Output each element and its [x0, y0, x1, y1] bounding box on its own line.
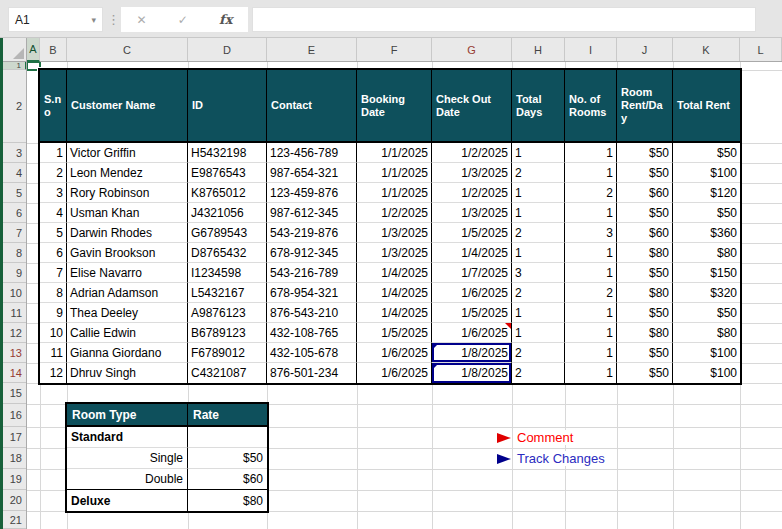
- column-header-G[interactable]: G: [432, 38, 512, 61]
- row-header-19[interactable]: 19: [3, 469, 26, 490]
- cell-I7[interactable]: 3: [565, 223, 617, 243]
- cell-J6[interactable]: $50: [617, 203, 673, 223]
- row-header-6[interactable]: 6: [3, 203, 26, 223]
- row-header-18[interactable]: 18: [3, 448, 26, 469]
- cell-J7[interactable]: $60: [617, 223, 673, 243]
- cell-B14[interactable]: 12: [40, 363, 67, 383]
- row-header-16[interactable]: 16: [3, 404, 26, 427]
- cell-G10[interactable]: 1/6/2025: [432, 283, 512, 303]
- cell-F7[interactable]: 1/3/2025: [357, 223, 432, 243]
- cell-J14[interactable]: $50: [617, 363, 673, 383]
- cell-G9[interactable]: 1/7/2025: [432, 263, 512, 283]
- cell-D11[interactable]: A9876123: [188, 303, 267, 323]
- cell-H13[interactable]: 2: [512, 343, 565, 363]
- cell-E4[interactable]: 987-654-321: [267, 163, 357, 183]
- cell-K5[interactable]: $120: [673, 183, 740, 203]
- cell-H9[interactable]: 3: [512, 263, 565, 283]
- row-header-15[interactable]: 15: [3, 383, 26, 404]
- cell-D9[interactable]: I1234598: [188, 263, 267, 283]
- cell-H11[interactable]: 1: [512, 303, 565, 323]
- row-header-12[interactable]: 12: [3, 323, 26, 343]
- row-header-17[interactable]: 17: [3, 427, 26, 448]
- formula-bar[interactable]: [252, 7, 756, 32]
- cell-K11[interactable]: $50: [673, 303, 740, 323]
- cell-F10[interactable]: 1/4/2025: [357, 283, 432, 303]
- cell-I3[interactable]: 1: [565, 143, 617, 163]
- cell-E3[interactable]: 123-456-789: [267, 143, 357, 163]
- column-header-F[interactable]: F: [357, 38, 432, 61]
- cell-E5[interactable]: 123-459-876: [267, 183, 357, 203]
- cell-C19[interactable]: Double: [67, 469, 188, 490]
- cell-F4[interactable]: 1/1/2025: [357, 163, 432, 183]
- row-header-20[interactable]: 20: [3, 490, 26, 511]
- cell-C18[interactable]: Single: [67, 448, 188, 469]
- cell-J9[interactable]: $50: [617, 263, 673, 283]
- header-cell-D2[interactable]: ID: [188, 70, 267, 143]
- cell-B7[interactable]: 5: [40, 223, 67, 243]
- cell-D10[interactable]: L5432167: [188, 283, 267, 303]
- cell-H7[interactable]: 2: [512, 223, 565, 243]
- cell-I8[interactable]: 1: [565, 243, 617, 263]
- cell-B12[interactable]: 10: [40, 323, 67, 343]
- enter-icon[interactable]: ✓: [178, 13, 188, 27]
- name-box-dropdown-icon[interactable]: ▾: [91, 15, 96, 25]
- column-header-L[interactable]: L: [740, 38, 782, 61]
- cell-B8[interactable]: 6: [40, 243, 67, 263]
- row-header-9[interactable]: 9: [3, 263, 26, 283]
- cell-F11[interactable]: 1/4/2025: [357, 303, 432, 323]
- cell-J3[interactable]: $50: [617, 143, 673, 163]
- cell-D18[interactable]: $50: [188, 448, 267, 469]
- cell-J12[interactable]: $80: [617, 323, 673, 343]
- cell-I14[interactable]: 1: [565, 363, 617, 383]
- cell-E13[interactable]: 432-105-678: [267, 343, 357, 363]
- cell-F13[interactable]: 1/6/2025: [357, 343, 432, 363]
- row-header-2[interactable]: 2: [3, 70, 26, 143]
- cell-K8[interactable]: $80: [673, 243, 740, 263]
- cell-H14[interactable]: 2: [512, 363, 565, 383]
- cell-B6[interactable]: 4: [40, 203, 67, 223]
- cell-C14[interactable]: Dhruv Singh: [67, 363, 188, 383]
- cell-F3[interactable]: 1/1/2025: [357, 143, 432, 163]
- cell-F12[interactable]: 1/5/2025: [357, 323, 432, 343]
- select-all-button[interactable]: [3, 38, 27, 62]
- cell-F14[interactable]: 1/6/2025: [357, 363, 432, 383]
- cancel-icon[interactable]: ✕: [137, 13, 147, 27]
- cell-F5[interactable]: 1/1/2025: [357, 183, 432, 203]
- cell-F9[interactable]: 1/4/2025: [357, 263, 432, 283]
- column-header-A[interactable]: A: [27, 38, 40, 62]
- cell-E9[interactable]: 543-216-789: [267, 263, 357, 283]
- cell-J11[interactable]: $50: [617, 303, 673, 323]
- header-cell-C16[interactable]: Room Type: [67, 404, 188, 427]
- cell-E11[interactable]: 876-543-210: [267, 303, 357, 323]
- row-header-21[interactable]: 21: [3, 511, 26, 529]
- cell-D17[interactable]: [188, 427, 267, 448]
- cell-C4[interactable]: Leon Mendez: [67, 163, 188, 183]
- cell-G5[interactable]: 1/2/2025: [432, 183, 512, 203]
- cell-H3[interactable]: 1: [512, 143, 565, 163]
- cell-D5[interactable]: K8765012: [188, 183, 267, 203]
- cell-K6[interactable]: $50: [673, 203, 740, 223]
- header-cell-E2[interactable]: Contact: [267, 70, 357, 143]
- cell-I4[interactable]: 1: [565, 163, 617, 183]
- row-header-5[interactable]: 5: [3, 183, 26, 203]
- cell-C7[interactable]: Darwin Rhodes: [67, 223, 188, 243]
- cell-G7[interactable]: 1/5/2025: [432, 223, 512, 243]
- cell-H8[interactable]: 1: [512, 243, 565, 263]
- header-cell-F2[interactable]: Booking Date: [357, 70, 432, 143]
- header-cell-D16[interactable]: Rate: [188, 404, 267, 427]
- cell-B5[interactable]: 3: [40, 183, 67, 203]
- cell-D7[interactable]: G6789543: [188, 223, 267, 243]
- cell-I12[interactable]: 1: [565, 323, 617, 343]
- cell-C11[interactable]: Thea Deeley: [67, 303, 188, 323]
- cell-E8[interactable]: 678-912-345: [267, 243, 357, 263]
- insert-function-icon[interactable]: fx: [219, 12, 232, 27]
- cell-H12[interactable]: 1: [512, 323, 565, 343]
- cell-I6[interactable]: 1: [565, 203, 617, 223]
- cell-I10[interactable]: 2: [565, 283, 617, 303]
- cell-E12[interactable]: 432-108-765: [267, 323, 357, 343]
- cell-K3[interactable]: $50: [673, 143, 740, 163]
- row-header-3[interactable]: 3: [3, 143, 26, 163]
- cell-G6[interactable]: 1/3/2025: [432, 203, 512, 223]
- cell-B9[interactable]: 7: [40, 263, 67, 283]
- column-header-B[interactable]: B: [40, 38, 67, 61]
